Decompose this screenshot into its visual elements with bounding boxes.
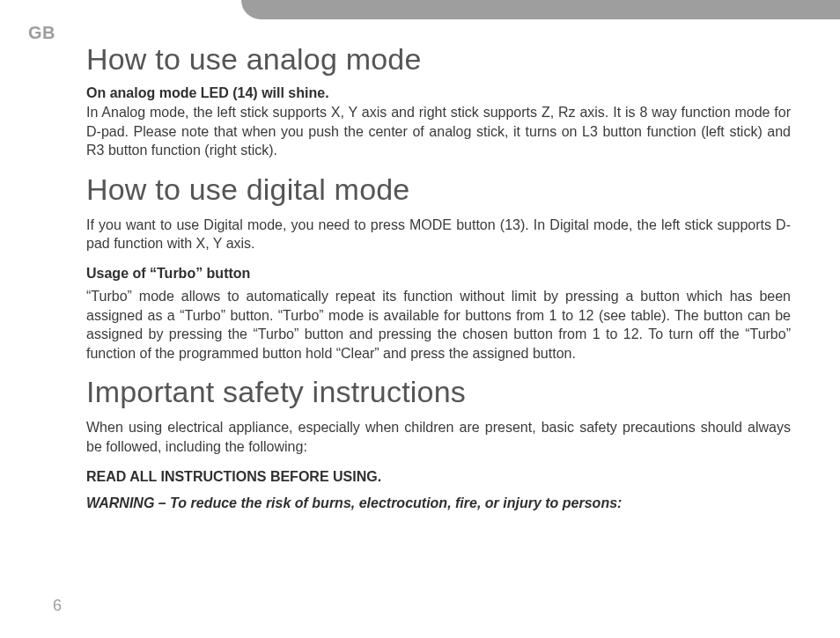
heading-safety: Important safety instructions bbox=[86, 375, 791, 409]
header-tab bbox=[241, 0, 840, 19]
warning-text: WARNING – To reduce the risk of burns, e… bbox=[86, 495, 791, 511]
heading-analog: How to use analog mode bbox=[86, 42, 791, 77]
heading-digital: How to use digital mode bbox=[86, 172, 791, 207]
page-number: 6 bbox=[53, 597, 62, 615]
section-safety: Important safety instructions When using… bbox=[86, 375, 791, 510]
analog-lead: On analog mode LED (14) will shine. bbox=[86, 85, 791, 101]
section-digital: How to use digital mode If you want to u… bbox=[86, 172, 791, 363]
section-analog: How to use analog mode On analog mode LE… bbox=[86, 42, 791, 160]
turbo-label: Usage of “Turbo” button bbox=[86, 266, 791, 282]
page-content: How to use analog mode On analog mode LE… bbox=[86, 42, 791, 520]
region-label: GB bbox=[28, 23, 55, 43]
safety-body: When using electrical appliance, especia… bbox=[86, 418, 791, 456]
digital-body: If you want to use Digital mode, you nee… bbox=[86, 216, 791, 253]
read-all-instructions: READ ALL INSTRUCTIONS BEFORE USING. bbox=[86, 469, 791, 485]
turbo-body: “Turbo” mode allows to automatically rep… bbox=[86, 287, 791, 363]
analog-body: In Analog mode, the left stick supports … bbox=[86, 103, 791, 160]
